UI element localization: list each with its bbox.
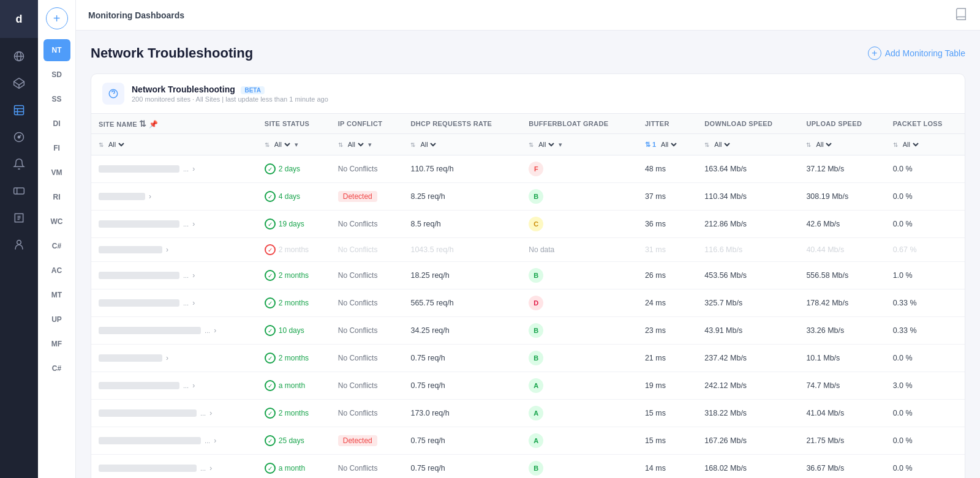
table-row[interactable]: ████████████████ ... › ✓ 19 days No Conf…: [91, 211, 965, 238]
sidebar-item-di[interactable]: DI: [43, 113, 70, 135]
nav-user-icon[interactable]: [0, 231, 38, 258]
grade-badge: A: [529, 406, 543, 420]
cell-ip-conflict: No Conflicts: [331, 372, 404, 400]
sidebar-add-button[interactable]: +: [46, 7, 68, 29]
row-expand-arrow[interactable]: ›: [192, 381, 195, 390]
row-expand-arrow[interactable]: ›: [192, 220, 195, 228]
table-row[interactable]: ████████████████ ... › ✓ 2 months No Con…: [91, 289, 965, 317]
filter-packet-loss[interactable]: ⇅ All: [886, 134, 965, 155]
row-expand-arrow[interactable]: ›: [214, 436, 216, 445]
cell-site-name[interactable]: ████████████████ ... ›: [91, 372, 257, 400]
filter-site-name-select[interactable]: All: [106, 140, 126, 149]
sidebar-item-c2[interactable]: C#: [43, 357, 70, 379]
cell-site-name[interactable]: ████████████ ›: [91, 345, 257, 372]
filter-upload[interactable]: ⇅ All: [799, 134, 885, 155]
filter-bufferbloat-select[interactable]: All: [536, 140, 556, 149]
filter-download-select[interactable]: All: [712, 140, 732, 149]
table-row[interactable]: ████████████████ ... › ✓ 2 months No Con…: [91, 262, 965, 289]
conflict-none: No Conflicts: [338, 299, 378, 307]
row-expand-arrow[interactable]: ›: [192, 299, 195, 307]
cell-site-name[interactable]: ████████████████ ... ›: [91, 211, 257, 238]
table-row[interactable]: ████████████████████ ... › ✓ 2 months No…: [91, 400, 965, 427]
filter-packet-loss-select[interactable]: All: [900, 140, 921, 149]
cell-upload: 41.04 Mb/s: [799, 400, 885, 427]
row-expand-arrow[interactable]: ›: [192, 165, 195, 173]
page-title: Network Troubleshooting: [91, 45, 253, 61]
sidebar-item-ac[interactable]: AC: [43, 260, 70, 282]
filter-ip-conflict-select[interactable]: All: [345, 140, 366, 149]
filter-site-status[interactable]: ⇅ All ▾: [257, 134, 331, 155]
sidebar-item-ri[interactable]: RI: [43, 186, 70, 208]
sidebar-item-sd[interactable]: SD: [43, 64, 70, 86]
cell-site-name[interactable]: ████████████ ›: [91, 238, 257, 262]
sidebar-item-mf[interactable]: MF: [43, 333, 70, 355]
cell-site-name[interactable]: ████████████████ ... ›: [91, 289, 257, 317]
cell-site-name[interactable]: █████████████████████ ... ›: [91, 427, 257, 455]
filter-dhcp-select[interactable]: All: [418, 140, 438, 149]
cell-upload: 21.75 Mb/s: [799, 427, 885, 455]
row-expand-arrow[interactable]: ›: [149, 192, 151, 201]
sidebar-item-ss[interactable]: SS: [43, 88, 70, 110]
table-row[interactable]: ████████████████████ ... › ✓ a month No …: [91, 455, 965, 479]
table-card-name: Network Troubleshooting BETA: [132, 84, 954, 94]
cell-jitter: 19 ms: [638, 372, 697, 400]
filter-jitter[interactable]: ⇅ 1 All: [638, 134, 697, 155]
filter-download[interactable]: ⇅ All: [697, 134, 799, 155]
filter-upload-select[interactable]: All: [813, 140, 834, 149]
row-expand-arrow[interactable]: ›: [166, 354, 168, 362]
table-row[interactable]: ████████ › ✓ 4 days Detected8.25 req/hB3…: [91, 183, 965, 211]
row-expand-arrow[interactable]: ›: [214, 326, 216, 335]
filter-dhcp[interactable]: ⇅ All: [403, 134, 521, 155]
nav-ticket-icon[interactable]: [0, 177, 38, 204]
row-expand-arrow[interactable]: ›: [166, 245, 168, 254]
cell-site-name[interactable]: ████████████████████ ... ›: [91, 400, 257, 427]
table-row[interactable]: ████████████ › ✓ 2 months No Conflicts0.…: [91, 345, 965, 372]
svg-point-9: [18, 136, 20, 138]
cell-packet-loss: 0.0 %: [886, 345, 965, 372]
table-row[interactable]: ████████████████ ... › ✓ 2 days No Confl…: [91, 155, 965, 183]
cell-download: 325.7 Mb/s: [697, 289, 799, 317]
filter-bufferbloat[interactable]: ⇅ All ▾: [521, 134, 638, 155]
table-row[interactable]: █████████████████████ ... › ✓ 10 days No…: [91, 317, 965, 345]
main-area: Monitoring Dashboards Network Troublesho…: [76, 0, 980, 478]
table-row[interactable]: ████████████ › ✓ 2 months No Conflicts10…: [91, 238, 965, 262]
sidebar-item-up[interactable]: UP: [43, 308, 70, 330]
nav-globe-icon[interactable]: [0, 43, 38, 70]
table-wrapper: SITE NAME ⇅ 📌 SITE STATUS IP CONFLICT DH…: [91, 114, 965, 478]
cell-site-status: ✓ 2 months: [257, 289, 331, 317]
status-indicator: ✓: [265, 244, 276, 255]
add-monitoring-table-button[interactable]: + Add Monitoring Table: [868, 47, 965, 60]
cell-site-name[interactable]: ████████████████████ ... ›: [91, 455, 257, 479]
nav-dial-icon[interactable]: [0, 124, 38, 151]
filter-ip-conflict[interactable]: ⇅ All ▾: [331, 134, 404, 155]
nav-list-icon[interactable]: [0, 97, 38, 124]
cell-jitter: 48 ms: [638, 155, 697, 183]
sidebar-item-vm[interactable]: VM: [43, 162, 70, 184]
filter-site-name[interactable]: ⇅ All: [91, 134, 257, 155]
cell-jitter: 15 ms: [638, 427, 697, 455]
cell-upload: 178.42 Mb/s: [799, 289, 885, 317]
nav-bell-icon[interactable]: [0, 151, 38, 177]
sidebar-item-c1[interactable]: C#: [43, 235, 70, 257]
cell-grade: B: [521, 345, 638, 372]
nav-cube-icon[interactable]: [0, 70, 38, 97]
nav-ri-icon[interactable]: [0, 204, 38, 231]
filter-site-status-select[interactable]: All: [272, 140, 292, 149]
cell-site-name[interactable]: ████████████████ ... ›: [91, 155, 257, 183]
sidebar-item-wc[interactable]: WC: [43, 211, 70, 233]
sidebar-item-mt[interactable]: MT: [43, 284, 70, 306]
cell-upload: 556.58 Mb/s: [799, 262, 885, 289]
cell-jitter: 37 ms: [638, 183, 697, 211]
sidebar-item-fi[interactable]: FI: [43, 137, 70, 159]
sidebar-item-nt[interactable]: NT: [43, 39, 70, 61]
table-row[interactable]: █████████████████████ ... › ✓ 25 days De…: [91, 427, 965, 455]
row-expand-arrow[interactable]: ›: [209, 464, 212, 472]
cell-site-name[interactable]: ████████████████ ... ›: [91, 262, 257, 289]
filter-jitter-select[interactable]: All: [658, 140, 679, 149]
app-logo[interactable]: d: [0, 0, 38, 38]
cell-site-name[interactable]: █████████████████████ ... ›: [91, 317, 257, 345]
row-expand-arrow[interactable]: ›: [209, 409, 212, 417]
row-expand-arrow[interactable]: ›: [192, 271, 195, 280]
cell-site-name[interactable]: ████████ ›: [91, 183, 257, 211]
table-row[interactable]: ████████████████ ... › ✓ a month No Conf…: [91, 372, 965, 400]
